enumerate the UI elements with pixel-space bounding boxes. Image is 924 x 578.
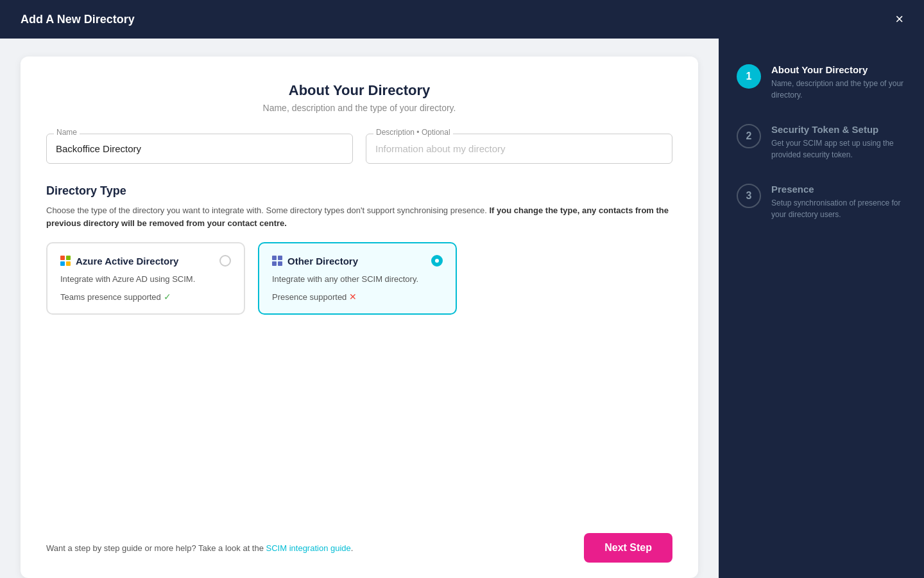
azure-option-header: Azure Active Directory <box>60 255 231 267</box>
card-footer: Want a step by step guide or more help? … <box>46 520 672 578</box>
cross-icon: ✕ <box>349 292 357 302</box>
other-icon <box>272 256 282 266</box>
azure-option-desc: Integrate with Azure AD using SCIM. <box>60 274 231 284</box>
section-desc-normal: Choose the type of the directory you wan… <box>46 206 487 215</box>
footer-help-text: Want a step by step guide or more help? … <box>46 543 264 553</box>
step-number-3: 3 <box>746 190 752 202</box>
other-option-header: Other Directory <box>272 255 443 267</box>
step-number-1: 1 <box>746 71 752 82</box>
section-title: Directory Type <box>46 184 672 198</box>
description-field: Description • Optional <box>366 134 672 164</box>
other-option-desc: Integrate with any other SCIM directory. <box>272 274 443 284</box>
step-item-1: 1 About Your Directory Name, description… <box>737 64 906 101</box>
step-info-2: Security Token & Setup Get your SCIM app… <box>771 124 906 161</box>
footer-help: Want a step by step guide or more help? … <box>46 543 353 553</box>
step-circle-3: 3 <box>737 184 761 208</box>
other-name-row: Other Directory <box>272 256 358 267</box>
directory-options: Azure Active Directory Integrate with Az… <box>46 242 672 315</box>
step-desc-3: Setup synchronisation of presence for yo… <box>771 197 906 220</box>
azure-radio <box>219 255 231 267</box>
steps-sidebar: 1 About Your Directory Name, description… <box>719 39 924 578</box>
other-option-name: Other Directory <box>287 256 358 267</box>
step-item-2: 2 Security Token & Setup Get your SCIM a… <box>737 124 906 161</box>
step-info-1: About Your Directory Name, description a… <box>771 64 906 101</box>
teams-presence-label: Teams presence supported <box>60 292 161 302</box>
name-label: Name <box>54 128 80 137</box>
azure-directory-option[interactable]: Azure Active Directory Integrate with Az… <box>46 242 245 315</box>
step-info-3: Presence Setup synchronisation of presen… <box>771 184 906 220</box>
scim-guide-link[interactable]: SCIM integration guide <box>266 543 351 553</box>
step-number-2: 2 <box>746 130 752 142</box>
step-name-1: About Your Directory <box>771 64 906 75</box>
content-area: About Your Directory Name, description a… <box>0 39 719 578</box>
header-bar: Add A New Directory × <box>0 0 924 39</box>
azure-icon <box>60 256 71 266</box>
step-circle-2: 2 <box>737 124 761 148</box>
footer-suffix: . <box>351 543 354 553</box>
azure-option-name: Azure Active Directory <box>76 256 178 267</box>
name-field: Name <box>46 134 353 164</box>
main-layout: About Your Directory Name, description a… <box>0 39 924 578</box>
close-button[interactable]: × <box>895 12 903 26</box>
card-spacer <box>46 330 672 520</box>
step-desc-1: Name, description and the type of your d… <box>771 78 906 101</box>
main-card: About Your Directory Name, description a… <box>21 57 698 578</box>
step-name-2: Security Token & Setup <box>771 124 906 135</box>
presence-label: Presence supported <box>272 292 346 302</box>
other-radio <box>431 255 443 267</box>
check-icon: ✓ <box>164 292 171 302</box>
page-title: Add A New Directory <box>21 13 135 26</box>
step-desc-2: Get your SCIM app set up using the provi… <box>771 137 906 161</box>
section-desc: Choose the type of the directory you wan… <box>46 204 672 229</box>
name-input[interactable] <box>46 134 353 164</box>
azure-presence-badge: Teams presence supported ✓ <box>60 292 231 302</box>
next-step-button[interactable]: Next Step <box>584 533 672 563</box>
card-header: About Your Directory Name, description a… <box>46 82 672 113</box>
form-row: Name Description • Optional <box>46 134 672 164</box>
description-label: Description • Optional <box>373 128 453 137</box>
other-presence-badge: Presence supported ✕ <box>272 292 443 302</box>
other-directory-option[interactable]: Other Directory Integrate with any other… <box>258 242 457 315</box>
azure-name-row: Azure Active Directory <box>60 256 178 267</box>
directory-type-section: Directory Type Choose the type of the di… <box>46 184 672 330</box>
step-item-3: 3 Presence Setup synchronisation of pres… <box>737 184 906 220</box>
card-title: About Your Directory <box>46 82 672 99</box>
step-circle-1: 1 <box>737 64 761 89</box>
card-subtitle: Name, description and the type of your d… <box>46 103 672 113</box>
step-name-3: Presence <box>771 184 906 195</box>
description-input[interactable] <box>366 134 672 164</box>
